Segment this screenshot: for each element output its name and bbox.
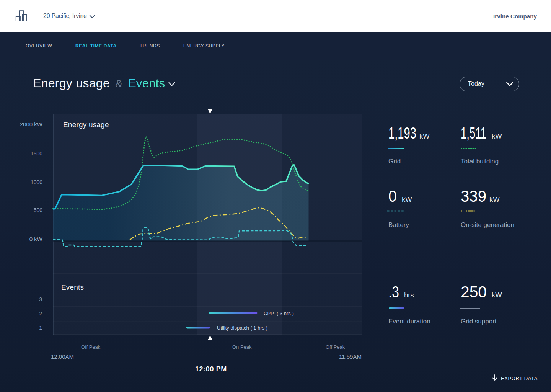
- svg-text:.3: .3: [388, 283, 399, 301]
- svg-text:0: 0: [388, 188, 397, 205]
- svg-text:kW: kW: [489, 195, 500, 203]
- svg-text:339: 339: [461, 188, 486, 205]
- svg-text:kW: kW: [419, 132, 430, 140]
- svg-text:hrs: hrs: [404, 291, 414, 299]
- svg-text:1,193: 1,193: [388, 124, 416, 142]
- svg-text:250: 250: [461, 283, 487, 301]
- svg-text:1,511: 1,511: [461, 124, 486, 142]
- svg-text:kW: kW: [492, 132, 502, 140]
- svg-text:kW: kW: [492, 291, 502, 299]
- svg-text:kW: kW: [402, 195, 412, 203]
